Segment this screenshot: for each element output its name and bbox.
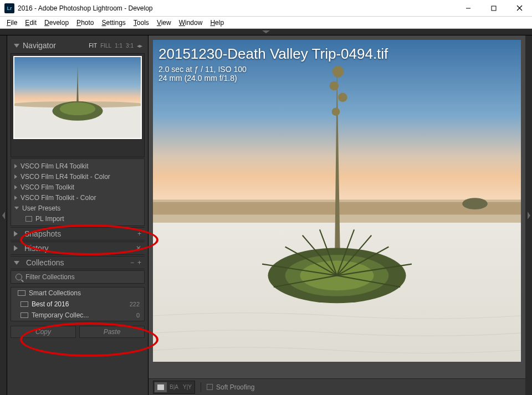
collapse-button[interactable]: − [130,259,134,266]
menu-view[interactable]: View [154,18,175,28]
history-label: History [24,244,49,253]
menu-file[interactable]: File [3,18,21,28]
copy-button[interactable]: Copy [11,326,76,338]
history-header[interactable]: History ✕ [11,242,145,255]
disclosure-triangle-icon [14,175,17,179]
presets-tree: VSCO Film LR4 Toolkit VSCO Film LR4 Tool… [11,158,145,226]
smart-collection-icon [18,290,25,296]
collection-set-icon [21,312,28,318]
paste-button[interactable]: Paste [79,326,145,338]
clear-history-button[interactable]: ✕ [136,244,141,252]
preset-item-label: PL Import [35,215,64,223]
preset-item[interactable]: PL Import [11,213,144,224]
right-edge-handle[interactable] [525,35,532,395]
menu-photo[interactable]: Photo [73,18,97,28]
preset-icon [25,216,32,222]
filter-collections-input[interactable]: Filter Collections [11,270,145,284]
svg-rect-31 [157,384,164,390]
snapshots-label: Snapshots [24,229,61,238]
preset-folder-label: User Presets [22,204,60,212]
preset-folder[interactable]: VSCO Film LR4 Toolkit [11,161,144,171]
close-button[interactable] [507,0,532,16]
preset-folder[interactable]: VSCO Film LR4 Toolkit - Color [11,171,144,182]
svg-point-13 [462,198,488,209]
collections-label: Collections [26,258,64,267]
disclosure-triangle-icon [14,261,19,265]
collection-set-icon [21,301,28,307]
navigator-zoom-controls: FIT FILL 1:1 3:1 ◂▸ [89,43,142,49]
menu-tools[interactable]: Tools [130,18,152,28]
collection-item-temp[interactable]: Temporary Collec... 0 [11,310,144,321]
preset-folder[interactable]: VSCO Film Toolkit [11,182,144,192]
titlebar: Lr 2016 - Adobe Photoshop Lightroom - De… [0,0,532,17]
zoom-more-icon[interactable]: ◂▸ [137,43,142,49]
disclosure-triangle-icon [14,245,18,251]
svg-point-17 [332,107,340,116]
soft-proofing-checkbox[interactable] [207,384,213,390]
zoom-3-1[interactable]: 3:1 [126,43,134,49]
thumbnail-image [14,57,141,138]
minimize-button[interactable] [456,0,481,16]
collection-item-smart[interactable]: Smart Collections [11,288,144,299]
view-mode-group: B|A Y|Y [153,381,195,394]
image-area: 20151230-Death Valley Trip-0494.tif 2.0 … [149,35,525,395]
collection-count: 0 [136,312,141,319]
window-title: 2016 - Adobe Photoshop Lightroom - Devel… [18,4,456,12]
collection-label: Best of 2016 [32,300,69,308]
loupe-view-button[interactable] [155,382,167,392]
collections-list: Smart Collections Best of 2016 222 Tempo… [11,287,145,321]
chevron-down-icon [262,30,270,33]
zoom-fit[interactable]: FIT [89,43,97,49]
collection-label: Smart Collections [29,289,81,297]
disclosure-triangle-icon [14,231,18,237]
navigator-header[interactable]: Navigator FIT FILL 1:1 3:1 ◂▸ [11,39,145,52]
disclosure-triangle-icon [14,207,19,209]
image-exposure: 2.0 sec at ƒ / 11, ISO 100 [158,65,388,74]
navigator-thumbnail[interactable] [13,56,142,139]
window-controls [456,0,532,16]
navigator-label: Navigator [23,41,56,50]
left-panel: Navigator FIT FILL 1:1 3:1 ◂▸ [7,35,149,395]
menu-window[interactable]: Window [176,18,206,28]
image-info-overlay: 20151230-Death Valley Trip-0494.tif 2.0 … [158,45,388,83]
menubar: File Edit Develop Photo Settings Tools V… [0,17,532,29]
preset-folder-label: VSCO Film Toolkit [21,183,74,191]
snapshots-header[interactable]: Snapshots + [11,227,145,240]
menu-help[interactable]: Help [207,18,227,28]
disclosure-triangle-icon [14,44,19,48]
menu-edit[interactable]: Edit [22,18,40,28]
zoom-fill[interactable]: FILL [100,43,111,49]
disclosure-triangle-icon [14,196,17,200]
preset-folder-open[interactable]: User Presets [11,203,144,213]
soft-proofing-label: Soft Proofing [216,383,254,391]
zoom-1-1[interactable]: 1:1 [115,43,122,49]
disclosure-triangle-icon [14,164,17,168]
search-icon [16,274,22,280]
develop-toolbar: B|A Y|Y Soft Proofing [149,378,525,395]
maximize-button[interactable] [481,0,507,16]
chevron-right-icon [2,212,5,219]
top-panel-toggle[interactable] [0,29,532,35]
image-canvas[interactable]: 20151230-Death Valley Trip-0494.tif 2.0 … [153,40,521,374]
preset-folder-label: VSCO Film Toolkit - Color [21,194,96,202]
collection-item-best-2016[interactable]: Best of 2016 222 [11,299,144,310]
main-photo [153,40,521,362]
svg-rect-1 [492,6,496,11]
collection-label: Temporary Collec... [32,311,89,319]
filter-placeholder: Filter Collections [25,273,75,281]
collections-header[interactable]: Collections −+ [11,256,145,269]
before-after-split-button[interactable]: Y|Y [181,382,193,392]
preset-folder-label: VSCO Film LR4 Toolkit [21,162,88,170]
before-after-lr-button[interactable]: B|A [168,382,180,392]
add-snapshot-button[interactable]: + [137,230,141,238]
menu-settings[interactable]: Settings [98,18,129,28]
add-collection-button[interactable]: + [137,259,141,266]
separator [201,382,201,392]
disclosure-triangle-icon [14,185,17,189]
collection-count: 222 [130,301,141,307]
preset-folder-label: VSCO Film LR4 Toolkit - Color [21,173,110,181]
main-row: Navigator FIT FILL 1:1 3:1 ◂▸ [0,35,532,395]
menu-develop[interactable]: Develop [41,18,72,28]
preset-folder[interactable]: VSCO Film Toolkit - Color [11,192,144,203]
left-edge-handle[interactable] [0,35,7,395]
